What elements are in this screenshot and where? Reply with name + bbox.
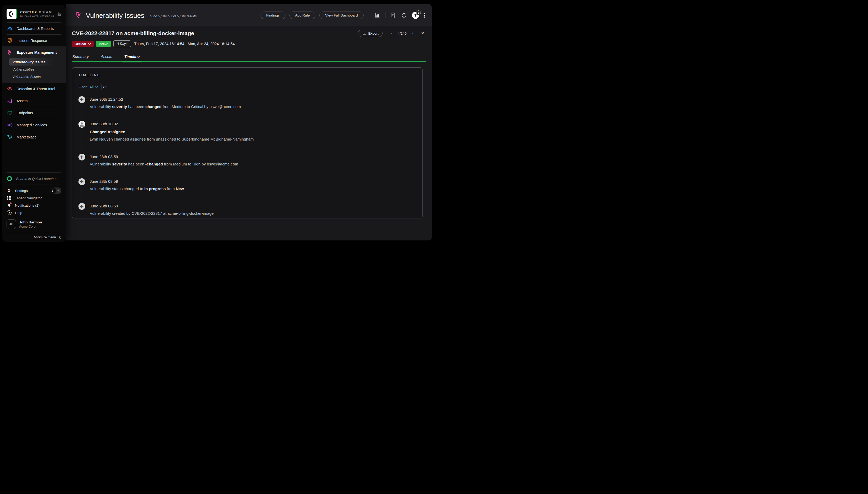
results-summary: Found 5,194 out of 5,194 results xyxy=(147,14,197,19)
tab-timeline[interactable]: Timeline xyxy=(124,53,141,61)
plus-icon xyxy=(78,96,85,103)
exposure-management-group: Exposure Management Vulnerability Issues… xyxy=(2,46,66,83)
export-button[interactable]: Export xyxy=(358,30,383,37)
logo-row: CORTEX XSIAM BY PALO ALTO NETWORKS xyxy=(2,5,66,22)
timeline-heading: TIMELINE xyxy=(78,73,416,77)
timeline-entry-date: June 30th 11:24:52 xyxy=(90,97,241,101)
timeline-entry-date: June 28th 08:59 xyxy=(90,179,184,184)
sidebar-item-marketplace[interactable]: Marketplace xyxy=(2,131,66,143)
sidebar-item-assets[interactable]: Assets xyxy=(2,95,66,107)
logo-title-cortex: CORTEX xyxy=(20,11,37,14)
managed-services-icon xyxy=(6,122,13,128)
filter-label: Filter: xyxy=(78,85,88,89)
timeline-card: TIMELINE Filter: All ↓↑ June 30th 11:24:… xyxy=(72,68,423,218)
next-page-button[interactable]: › xyxy=(409,31,415,36)
moon-icon xyxy=(49,188,56,194)
sidebar-subitem-vulnerable-assets[interactable]: Vulnerable Assets xyxy=(9,73,63,80)
chevron-down-icon xyxy=(95,86,98,88)
divider xyxy=(6,232,61,232)
timeline-entry: June 28th 08:59Vulnerability severity ha… xyxy=(78,154,416,178)
sidebar-item-label: Dashboards & Reports xyxy=(17,26,54,31)
date-range: Thurs, Feb 17, 2024 16:14:54 - Mon, Apr … xyxy=(134,42,235,46)
incident-response-icon xyxy=(6,38,13,44)
page-count: 4/240 xyxy=(395,32,409,35)
cortex-logo-icon xyxy=(6,9,17,19)
profile-org: Acme Corp. xyxy=(19,225,42,228)
sidebar-item-incident-response[interactable]: Incident Response xyxy=(2,35,66,46)
issue-title: CVE-2022-22817 on acme-billing-docker-im… xyxy=(72,30,194,36)
sidebar-item-dashboards[interactable]: Dashboards & Reports xyxy=(2,22,66,34)
sidebar-item-tenant-navigator[interactable]: Tenant Navigator xyxy=(2,194,66,202)
sidebar-item-label: Exposure Management xyxy=(17,50,57,55)
timeline-entry-description: Vulnerability created by CVE-2022-22817 … xyxy=(90,211,214,216)
timeline-entry-date: June 28th 08:59 xyxy=(90,154,238,159)
gear-icon: ⚙ xyxy=(6,188,12,193)
vulnerability-shield-icon xyxy=(76,12,82,19)
findings-button[interactable]: Findings xyxy=(261,12,285,19)
sidebar-footer: ⚙ Settings xyxy=(2,185,66,242)
sidebar-subitem-vulnerability-issues[interactable]: Vulnerability Issues xyxy=(9,58,63,65)
timeline-filter-row: Filter: All ↓↑ xyxy=(78,84,416,90)
dashboards-icon xyxy=(6,25,13,32)
chevron-left-icon xyxy=(58,236,61,239)
tenant-navigator-icon xyxy=(6,195,12,201)
timeline-entry: June 30th 11:24:52Vulnerability severity… xyxy=(78,96,416,121)
timeline-entry-description: Vulnerability severity has been -changed… xyxy=(90,162,238,167)
sidebar-item-notifications[interactable]: Notifications (2) xyxy=(2,202,66,209)
notifications-label: Notifications (2) xyxy=(15,204,40,207)
tab-summary[interactable]: Summary xyxy=(72,53,89,61)
refresh-icon[interactable] xyxy=(401,12,407,18)
sidebar-subitem-vulnerabilities[interactable]: Vulnerabilities xyxy=(9,65,63,73)
filter-dropdown[interactable]: All xyxy=(90,85,98,89)
timeline-entry-date: June 30th 10:02 xyxy=(90,122,254,126)
prev-page-button[interactable]: ‹ xyxy=(388,31,395,36)
filter-value: All xyxy=(90,85,94,89)
sidebar-item-label: Assets xyxy=(17,99,27,103)
severity-dropdown[interactable]: Critical xyxy=(72,41,94,47)
quick-launcher[interactable]: Search in Quick Launcher xyxy=(2,173,66,185)
timeline-entry-body: June 30th 10:02Changed AssigneeLynn Nguy… xyxy=(90,121,254,142)
sidebar-item-exposure-management[interactable]: Exposure Management xyxy=(2,46,66,58)
plus-icon xyxy=(78,154,85,160)
sidebar-item-detection-threat-intel[interactable]: Detection & Threat Intel xyxy=(2,83,66,95)
sidebar: CORTEX XSIAM BY PALO ALTO NETWORKS Dashb… xyxy=(2,5,66,242)
pagination: ‹ 4/240 › xyxy=(388,31,415,36)
sidebar-item-help[interactable]: ? Help xyxy=(2,209,66,216)
add-rule-button[interactable]: Add Rule xyxy=(290,12,316,19)
sidebar-item-endpoints[interactable]: Endpoints xyxy=(2,107,66,119)
minimize-menu-button[interactable]: Minimize menu xyxy=(2,233,66,242)
theme-toggle[interactable] xyxy=(49,188,61,194)
detail-header: CVE-2022-22817 on acme-billing-docker-im… xyxy=(72,30,426,37)
header-icon-cluster: 1 xyxy=(369,12,425,19)
timeline-entry-title: Changed Assignee xyxy=(90,130,254,134)
main-area: Vulnerability Issues Found 5,194 out of … xyxy=(66,4,432,241)
kebab-menu-icon[interactable] xyxy=(424,13,425,18)
timeline-entry-description: Vulnerability status changed to In progr… xyxy=(90,186,184,191)
assets-icon xyxy=(6,98,13,104)
sidebar-item-settings[interactable]: ⚙ Settings xyxy=(2,187,66,194)
filter-badge: 1 xyxy=(416,11,421,15)
duration-badge: 4 Days xyxy=(113,40,131,47)
report-export-icon[interactable] xyxy=(390,12,396,18)
close-icon[interactable]: ✕ xyxy=(419,31,426,36)
sidebar-item-managed-services[interactable]: Managed Services xyxy=(2,119,66,131)
tab-assets[interactable]: Assets xyxy=(100,53,113,61)
exposure-management-icon xyxy=(6,49,13,56)
timeline-entry: June 30th 10:02Changed AssigneeLynn Nguy… xyxy=(78,121,416,153)
user-profile[interactable]: JH John Harmon Acme Corp. xyxy=(2,216,66,232)
view-full-dashboard-button[interactable]: View Full Dashboard xyxy=(319,12,364,19)
profile-text: John Harmon Acme Corp. xyxy=(19,220,42,228)
logo-subtitle: BY PALO ALTO NETWORKS xyxy=(20,15,57,17)
filter-funnel-icon[interactable]: 1 xyxy=(412,12,419,19)
timeline-entry: June 28th 08:59Vulnerability created by … xyxy=(78,203,416,216)
tenant-navigator-label: Tenant Navigator xyxy=(15,196,42,200)
graph-toggle-icon[interactable] xyxy=(374,12,380,18)
sun-icon xyxy=(56,189,61,192)
sort-order-button[interactable]: ↓↑ xyxy=(101,84,108,90)
detail-panel: CVE-2022-22817 on acme-billing-docker-im… xyxy=(66,26,432,241)
timeline-entry-body: June 28th 08:59Vulnerability created by … xyxy=(90,203,214,216)
sidebar-item-label: Marketplace xyxy=(17,135,36,139)
detail-header-actions: Export ‹ 4/240 › ✕ xyxy=(358,30,426,37)
notification-dot xyxy=(10,203,12,204)
timeline-entry-body: June 28th 08:59Vulnerability severity ha… xyxy=(90,154,238,167)
